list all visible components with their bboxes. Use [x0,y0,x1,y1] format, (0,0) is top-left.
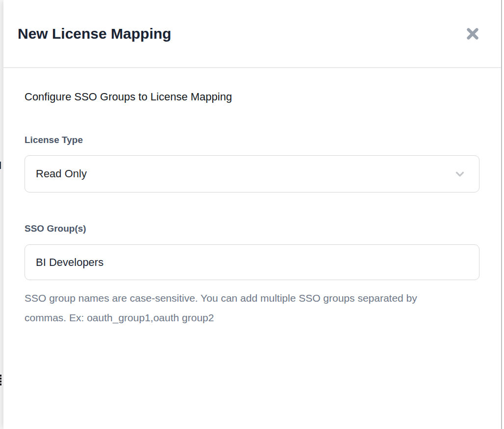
license-type-selected-value: Read Only [36,167,87,180]
chevron-down-icon [454,167,466,180]
close-button[interactable] [465,26,480,42]
screen: New License Mapping Configure SSO Groups… [0,0,504,429]
modal-body: Configure SSO Groups to License Mapping … [3,68,501,328]
license-type-label: License Type [25,135,479,145]
close-icon [465,26,480,41]
sso-groups-input[interactable] [25,244,479,280]
sso-groups-help: SSO group names are case-sensitive. You … [25,288,451,328]
modal-header: New License Mapping [3,0,501,68]
modal-subtitle: Configure SSO Groups to License Mapping [25,68,479,104]
background-page-strip [0,0,3,429]
sso-groups-label: SSO Group(s) [25,223,479,234]
sso-groups-field: SSO Group(s) SSO group names are case-se… [25,223,479,328]
clipped-list-icon [0,375,1,385]
license-type-field: License Type Read Only [25,135,479,192]
clipped-text-fragment [0,162,1,169]
license-type-select[interactable]: Read Only [25,155,479,192]
modal-title: New License Mapping [18,25,171,42]
new-license-mapping-modal: New License Mapping Configure SSO Groups… [3,0,501,429]
right-gutter [502,0,504,429]
